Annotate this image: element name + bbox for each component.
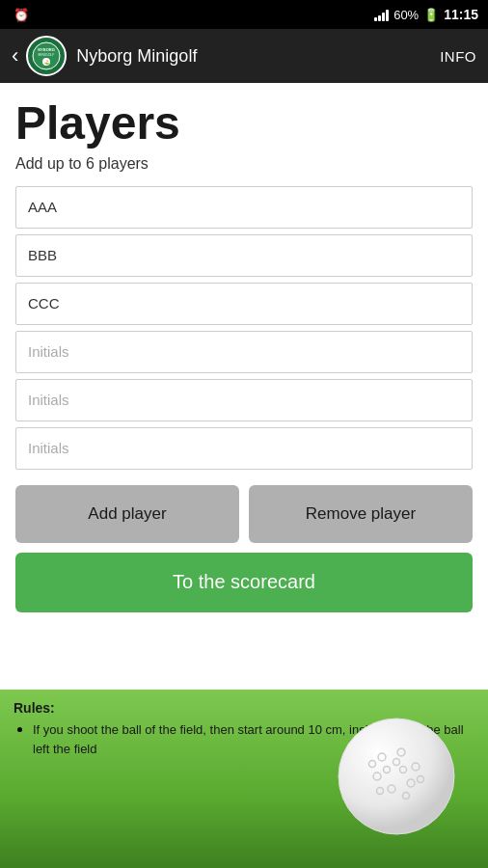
nav-bar: ‹ NYBORG MINIGOLF ⛳ Nyborg Minigolf INFO (0, 29, 488, 83)
page-title: Players (15, 98, 473, 149)
player-input-2[interactable] (15, 234, 473, 277)
action-buttons: Add player Remove player (15, 485, 473, 543)
nav-title: Nyborg Minigolf (76, 46, 440, 67)
page-subtitle: Add up to 6 players (15, 155, 473, 173)
main-content: Players Add up to 6 players Add player R… (0, 83, 488, 612)
status-right: 60% 🔋 11:15 (374, 7, 478, 22)
signal-icon (374, 8, 389, 21)
svg-point-6 (339, 719, 454, 834)
battery-percentage: 60% (393, 8, 419, 22)
status-bar: ⏰ 60% 🔋 11:15 (0, 0, 488, 29)
player-input-4[interactable] (15, 331, 473, 373)
back-button[interactable]: ‹ (12, 43, 18, 68)
svg-text:NYBORG: NYBORG (39, 47, 56, 52)
player-input-5[interactable] (15, 379, 473, 421)
golf-ball-image (334, 714, 459, 839)
bottom-area: Rules: If you shoot the ball of the fiel… (0, 690, 488, 868)
scorecard-button[interactable]: To the scorecard (15, 553, 473, 612)
status-time: 11:15 (444, 7, 478, 22)
player-input-6[interactable] (15, 427, 473, 470)
player-input-3[interactable] (15, 283, 473, 325)
info-button[interactable]: INFO (440, 48, 476, 65)
svg-text:⛳: ⛳ (44, 60, 49, 65)
status-left: ⏰ (14, 8, 29, 22)
svg-text:MINIGOLF: MINIGOLF (39, 53, 55, 57)
app-logo: NYBORG MINIGOLF ⛳ (26, 36, 67, 76)
battery-icon: 🔋 (423, 8, 439, 22)
add-player-button[interactable]: Add player (15, 485, 239, 543)
rules-label: Rules: (14, 700, 55, 716)
remove-player-button[interactable]: Remove player (249, 485, 473, 543)
alarm-icon: ⏰ (14, 8, 29, 22)
player-input-1[interactable] (15, 186, 473, 229)
